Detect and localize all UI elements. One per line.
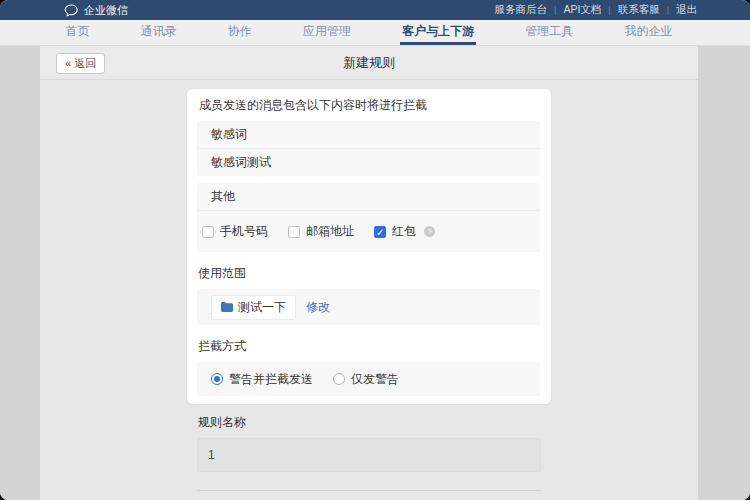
main-nav-inner: 首页 通讯录 协作 应用管理 客户与上下游 管理工具 我的企业 (40, 20, 698, 45)
scope-label: 使用范围 (198, 265, 540, 281)
checkbox-red-packet[interactable]: 红包 ? (374, 223, 435, 240)
link-api-docs[interactable]: API文档 (563, 3, 601, 17)
page-background: 新建规则 « 返回 成员发送的消息包含以下内容时将进行拦截 敏感词 敏感词测试 … (0, 46, 750, 500)
other-conditions-box: 其他 手机号码 邮箱地址 红包 (197, 183, 540, 252)
nav-tab-contacts[interactable]: 通讯录 (139, 20, 179, 45)
sensitive-words-box: 敏感词 敏感词测试 (197, 121, 540, 176)
intercept-mode-box: 警告并拦截发送 仅发警告 (197, 362, 540, 396)
link-service-provider-console[interactable]: 服务商后台 (495, 3, 548, 17)
other-title: 其他 (197, 183, 540, 210)
app-window: 企业微信 服务商后台 | API文档 | 联系客服 | 退出 首页 通讯录 协作… (0, 0, 750, 500)
topbar: 企业微信 服务商后台 | API文档 | 联系客服 | 退出 (0, 0, 750, 20)
link-logout[interactable]: 退出 (676, 3, 697, 17)
nav-tab-customers-updownstream[interactable]: 客户与上下游 (400, 20, 476, 45)
back-label: 返回 (74, 57, 96, 69)
rule-name-section: 规则名称 (197, 414, 541, 500)
checkbox-unchecked-icon (202, 226, 214, 238)
logo-text: 企业微信 (84, 3, 128, 18)
content-area: 新建规则 « 返回 成员发送的消息包含以下内容时将进行拦截 敏感词 敏感词测试 … (40, 46, 698, 500)
checkbox-unchecked-icon (288, 226, 300, 238)
rule-settings-card: 成员发送的消息包含以下内容时将进行拦截 敏感词 敏感词测试 其他 手机号码 (187, 89, 551, 404)
separator: | (667, 5, 669, 15)
scope-tag-label: 测试一下 (238, 299, 286, 316)
logo[interactable]: 企业微信 (64, 3, 128, 18)
intercept-intro-text: 成员发送的消息包含以下内容时将进行拦截 (199, 97, 540, 113)
divider (197, 490, 541, 491)
scope-box: 测试一下 修改 (197, 289, 540, 325)
other-checkbox-row: 手机号码 邮箱地址 红包 ? (197, 211, 540, 252)
nav-tab-my-company[interactable]: 我的企业 (622, 20, 674, 45)
back-chevron-icon: « (65, 57, 71, 69)
intercept-mode-label: 拦截方式 (198, 338, 540, 354)
edit-scope-link[interactable]: 修改 (306, 299, 330, 316)
chat-bubble-logo-icon (64, 4, 79, 17)
nav-tab-app-management[interactable]: 应用管理 (301, 20, 353, 45)
info-icon[interactable]: ? (424, 226, 435, 237)
checkbox-email-address[interactable]: 邮箱地址 (288, 223, 354, 240)
topbar-links: 服务商后台 | API文档 | 联系客服 | 退出 (495, 3, 697, 17)
separator: | (608, 5, 610, 15)
sensitive-word-item[interactable]: 敏感词测试 (197, 149, 540, 176)
separator: | (554, 5, 556, 15)
rule-name-input[interactable] (197, 438, 541, 472)
nav-tab-admin-tools[interactable]: 管理工具 (523, 20, 575, 45)
checkbox-checked-icon (374, 226, 386, 238)
radio-selected-icon (211, 373, 223, 385)
scope-tag[interactable]: 测试一下 (211, 295, 296, 320)
checkbox-phone-number[interactable]: 手机号码 (202, 223, 268, 240)
sensitive-words-title: 敏感词 (197, 121, 540, 148)
page-title: 新建规则 (40, 46, 698, 80)
radio-warn-and-block[interactable]: 警告并拦截发送 (211, 371, 313, 388)
radio-unselected-icon (333, 373, 345, 385)
folder-icon (221, 302, 233, 312)
rule-name-label: 规则名称 (198, 414, 541, 430)
page-header: 新建规则 « 返回 (40, 46, 698, 80)
main-nav: 首页 通讯录 协作 应用管理 客户与上下游 管理工具 我的企业 (0, 20, 750, 46)
nav-tab-collaboration[interactable]: 协作 (226, 20, 254, 45)
radio-warn-only[interactable]: 仅发警告 (333, 371, 399, 388)
nav-tab-home[interactable]: 首页 (64, 20, 92, 45)
link-contact-support[interactable]: 联系客服 (618, 3, 660, 17)
back-button[interactable]: « 返回 (56, 53, 105, 74)
